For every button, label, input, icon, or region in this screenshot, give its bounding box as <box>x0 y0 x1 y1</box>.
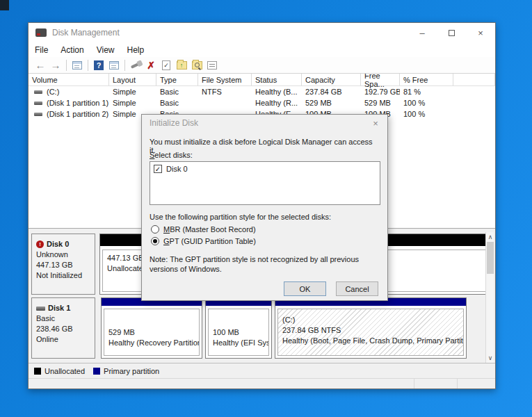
desktop-icon-fragment <box>0 0 9 10</box>
disk-listbox[interactable]: ✓ Disk 0 <box>150 161 380 205</box>
cell-pct-free: 81 % <box>400 86 453 97</box>
partition-size: 100 MB <box>213 327 268 338</box>
cell-type: Basic <box>156 86 198 97</box>
initialize-disk-dialog: Initialize Disk × You must initialize a … <box>141 114 388 301</box>
disk-icon <box>36 306 45 311</box>
explore-folder-icon[interactable] <box>190 59 204 72</box>
disk0-checkbox[interactable]: ✓ <box>154 165 162 173</box>
vertical-scrollbar[interactable]: ∧ ∨ <box>485 232 494 363</box>
mbr-radio-row[interactable]: MBR (Master Boot Record) <box>151 225 256 234</box>
volume-icon <box>34 90 42 94</box>
disk1-type: Basic <box>36 313 95 324</box>
console-tree-icon[interactable] <box>70 59 84 72</box>
column-header-type[interactable]: Type <box>156 74 198 85</box>
volume-icon <box>34 101 42 105</box>
toolbar-separator <box>124 60 125 71</box>
table-row[interactable]: (C:) Simple Basic NTFS Healthy (B... 237… <box>29 86 495 97</box>
column-header-free-space[interactable]: Free Spa... <box>361 74 400 85</box>
legend-label-primary: Primary partition <box>104 367 159 375</box>
cell-free: 192.79 GB <box>361 86 400 97</box>
gpt-label: GPT (GUID Partition Table) <box>163 237 256 245</box>
mbr-radio[interactable] <box>151 225 159 234</box>
maximize-icon <box>449 30 455 36</box>
partition-status: Healthy (Recovery Partition <box>108 338 199 348</box>
cell-capacity: 529 MB <box>302 97 361 108</box>
menu-bar: File Action View Help <box>29 42 495 57</box>
cell-type: Basic <box>156 97 198 108</box>
status-bar <box>29 378 495 389</box>
back-icon[interactable]: ← <box>33 59 47 72</box>
properties-icon[interactable] <box>205 59 219 72</box>
disk0-item-label: Disk 0 <box>166 165 188 173</box>
status-cell <box>29 379 414 389</box>
close-button[interactable]: × <box>466 23 495 42</box>
disk0-size: 447.13 GB <box>36 260 95 270</box>
dialog-title: Initialize Disk <box>150 118 198 128</box>
volume-icon <box>34 113 42 116</box>
gpt-radio-row[interactable]: GPT (GUID Partition Table) <box>151 237 256 245</box>
partition-c[interactable]: (C:) 237.84 GB NTFS Healthy (Boot, Page … <box>275 297 467 359</box>
column-header-layout[interactable]: Layout <box>109 74 156 85</box>
window-title: Disk Management <box>52 28 120 38</box>
disk-list-item[interactable]: ✓ Disk 0 <box>154 165 376 173</box>
menu-help[interactable]: Help <box>121 43 151 57</box>
scroll-down-icon[interactable]: ∨ <box>486 354 494 362</box>
gpt-note: Note: The GPT partition style is not rec… <box>150 254 379 274</box>
disk1-size: 238.46 GB <box>36 324 95 334</box>
menu-file[interactable]: File <box>29 43 54 57</box>
legend-swatch-primary <box>93 368 100 375</box>
column-header-capacity[interactable]: Capacity <box>302 74 361 85</box>
disk0-type: Unknown <box>36 250 95 260</box>
toolbar-separator <box>88 60 88 71</box>
column-header-status[interactable]: Status <box>252 74 302 85</box>
partition-recovery[interactable]: 529 MB Healthy (Recovery Partition <box>101 297 202 359</box>
column-header-volume[interactable]: Volume <box>29 74 109 85</box>
gpt-radio[interactable] <box>151 237 159 245</box>
cancel-button[interactable]: Cancel <box>336 281 378 296</box>
legend-label-unallocated: Unallocated <box>45 367 85 375</box>
cell-volume: (Disk 1 partition 1) <box>47 99 108 107</box>
disk1-status: Online <box>36 334 95 345</box>
title-bar[interactable]: Disk Management – × <box>29 23 495 42</box>
partition-size: 237.84 GB NTFS <box>282 325 463 336</box>
cell-capacity: 237.84 GB <box>302 86 361 97</box>
dialog-title-bar[interactable]: Initialize Disk × <box>142 115 387 131</box>
maximize-button[interactable] <box>437 23 466 42</box>
scroll-up-icon[interactable]: ∧ <box>486 233 494 241</box>
menu-view[interactable]: View <box>90 43 121 57</box>
disk1-name: Disk 1 <box>48 303 70 313</box>
status-cell <box>414 379 458 389</box>
cell-fs <box>198 97 252 108</box>
partition-status: Healthy (Boot, Page File, Crash Dump, Pr… <box>282 336 463 346</box>
extend-volume-icon[interactable]: ↑ <box>175 59 188 72</box>
partition-efi[interactable]: 100 MB Healthy (EFI System <box>205 297 272 359</box>
disk1-label-panel[interactable]: Disk 1 Basic 238.46 GB Online <box>31 297 95 359</box>
delete-volume-icon[interactable]: ✗ <box>144 59 158 72</box>
action-wand-icon[interactable] <box>129 59 143 72</box>
toolbar-separator <box>66 60 67 71</box>
cell-status: Healthy (R... <box>252 97 302 108</box>
help-icon[interactable]: ? <box>92 59 106 72</box>
cell-pct-free: 100 % <box>400 108 453 120</box>
scrollbar-thumb[interactable] <box>487 242 494 274</box>
ok-button[interactable]: OK <box>284 281 326 296</box>
cell-status: Healthy (B... <box>252 86 302 97</box>
cell-volume: (C:) <box>47 88 59 96</box>
snap-in-view-icon[interactable] <box>107 59 121 72</box>
disk0-label-panel[interactable]: ! Disk 0 Unknown 447.13 GB Not Initializ… <box>31 234 95 295</box>
legend-swatch-unallocated <box>34 368 41 375</box>
cell-layout: Simple <box>109 97 156 108</box>
disk-error-icon: ! <box>36 240 44 248</box>
partition-status: Healthy (EFI System <box>213 338 268 348</box>
table-row[interactable]: (Disk 1 partition 1) Simple Basic Health… <box>29 97 495 108</box>
cell-volume: (Disk 1 partition 2) <box>47 110 108 118</box>
column-header-empty[interactable] <box>453 74 495 85</box>
column-header-file-system[interactable]: File System <box>198 74 252 85</box>
menu-action[interactable]: Action <box>54 43 90 57</box>
mark-active-icon[interactable]: ✓ <box>159 59 173 72</box>
minimize-button[interactable]: – <box>408 23 437 42</box>
forward-icon[interactable]: → <box>49 59 63 72</box>
column-header-pct-free[interactable]: % Free <box>400 74 453 85</box>
dialog-close-icon[interactable]: × <box>364 115 387 131</box>
disk0-name: Disk 0 <box>47 239 69 250</box>
